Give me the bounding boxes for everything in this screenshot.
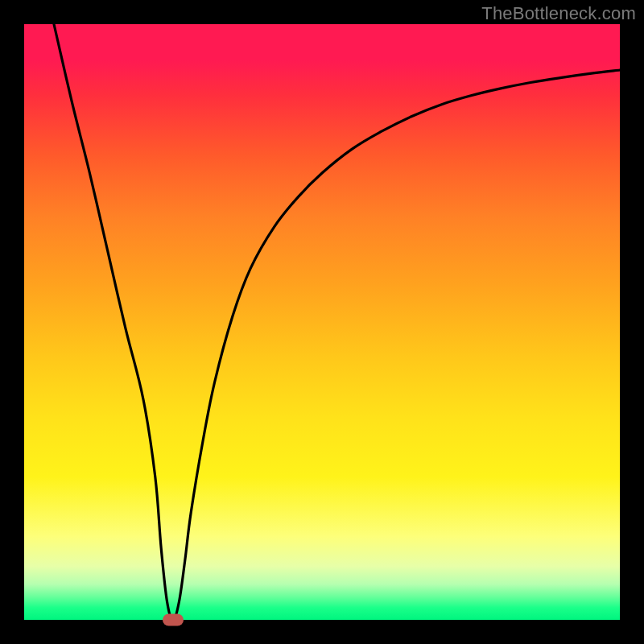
plot-area — [24, 24, 620, 620]
chart-frame: TheBottleneck.com — [0, 0, 644, 644]
bottleneck-curve — [54, 24, 620, 620]
curve-layer — [24, 24, 620, 620]
optimum-marker — [163, 614, 184, 626]
attribution-text: TheBottleneck.com — [481, 3, 636, 24]
